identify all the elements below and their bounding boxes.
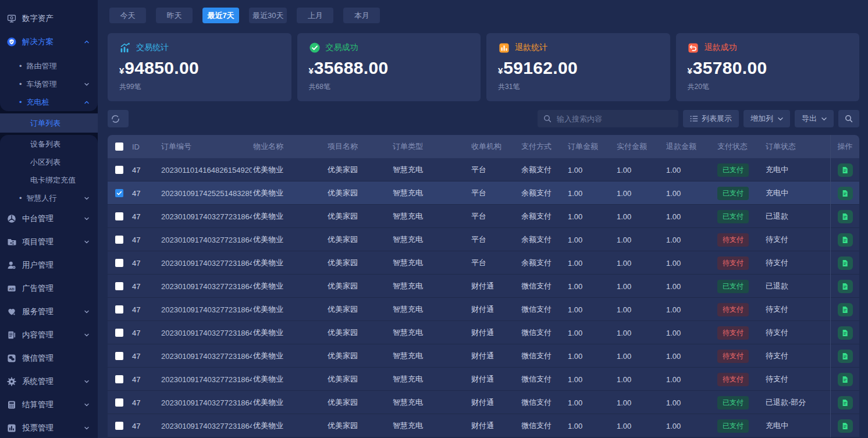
chevron-down-icon xyxy=(84,239,90,245)
refund-chart-icon xyxy=(498,42,510,54)
order-detail-button[interactable] xyxy=(838,396,853,409)
cell-order_type: 智慧充电 xyxy=(392,258,470,268)
currency-symbol: ¥ xyxy=(498,66,503,76)
pay-status-badge: 待支付 xyxy=(717,373,749,386)
bullet-icon: • xyxy=(19,98,22,106)
sidebar-item-project-mgmt[interactable]: 项目管理 xyxy=(0,230,98,254)
column-header: 项目名称 xyxy=(326,141,392,152)
sidebar-item-parking-mgmt[interactable]: •车场管理 xyxy=(0,75,98,93)
table-row: 4720230109174032772318648优美物业优美家园智慧充电财付通… xyxy=(108,368,859,391)
order-detail-button[interactable] xyxy=(838,280,853,293)
row-checkbox[interactable] xyxy=(115,189,123,197)
select-all-checkbox[interactable] xyxy=(115,143,123,151)
order-detail-button[interactable] xyxy=(838,210,853,223)
sidebar-item-solutions[interactable]: 解决方案 xyxy=(0,30,98,54)
order-detail-button[interactable] xyxy=(838,373,853,386)
table-row: 4720230109174032772318648优美物业优美家园智慧充电财付通… xyxy=(108,321,859,344)
sidebar-item-label: 解决方案 xyxy=(22,37,54,47)
column-display-button[interactable]: 列表展示 xyxy=(683,110,739,127)
list-icon xyxy=(690,115,698,123)
pay-status-badge: 已支付 xyxy=(717,396,749,409)
order-detail-button[interactable] xyxy=(838,257,853,270)
stat-card-refund-success: 退款成功¥35780.00共20笔 xyxy=(676,33,860,101)
sidebar-item-route-mgmt[interactable]: •路由管理 xyxy=(0,57,98,75)
sidebar-item-middle-platform[interactable]: 中台管理 xyxy=(0,207,98,230)
sidebar-top-panel: 数字资产解决方案•路由管理•车场管理•充电桩 xyxy=(0,0,98,111)
row-checkbox[interactable] xyxy=(115,236,123,244)
row-checkbox[interactable] xyxy=(115,282,123,290)
row-checkbox[interactable] xyxy=(115,352,123,360)
sidebar-item-settlement-mgmt[interactable]: 结算管理 xyxy=(0,393,98,416)
sidebar-item-community-list[interactable]: 小区列表 xyxy=(0,153,98,171)
cell-refund_amount: 1.00 xyxy=(665,236,716,244)
filter-button-today[interactable]: 今天 xyxy=(109,8,146,23)
sidebar-item-smart-pedestrian[interactable]: •智慧人行 xyxy=(0,189,98,207)
sidebar-item-order-list[interactable]: 订单列表 xyxy=(0,113,98,133)
cell-order_no: 20230109174032772318648 xyxy=(160,236,252,244)
filter-button-this-month[interactable]: 本月 xyxy=(343,8,380,23)
refresh-icon xyxy=(111,114,120,123)
row-checkbox[interactable] xyxy=(115,375,123,383)
refresh-button[interactable] xyxy=(108,110,129,127)
filter-button-last-month[interactable]: 上月 xyxy=(297,8,333,23)
cell-property: 优美物业 xyxy=(252,211,326,222)
cell-property: 优美物业 xyxy=(252,165,326,175)
bullet-icon: • xyxy=(19,62,22,70)
cell-property: 优美物业 xyxy=(252,234,326,245)
cell-paid_amount: 1.00 xyxy=(616,236,665,244)
refund-return-icon xyxy=(688,42,699,54)
sidebar-item-service-mgmt[interactable]: 服务管理 xyxy=(0,300,98,323)
filter-button-yesterday[interactable]: 昨天 xyxy=(156,8,193,23)
filter-button-last-7-days[interactable]: 最近7天 xyxy=(202,8,239,23)
order-detail-button[interactable] xyxy=(838,326,853,340)
cell-pay-status: 待支付 xyxy=(716,257,764,270)
order-detail-button[interactable] xyxy=(838,303,853,316)
sidebar-item-label: 设备列表 xyxy=(30,139,61,149)
chevron-down-icon xyxy=(84,216,90,222)
row-checkbox[interactable] xyxy=(115,329,123,337)
sidebar-item-ad-mgmt[interactable]: AD广告管理 xyxy=(0,277,98,300)
order-detail-button[interactable] xyxy=(838,233,853,247)
pay-status-badge: 待支付 xyxy=(717,303,749,316)
cell-order-status: 已退款 xyxy=(764,211,830,222)
sidebar-item-content-mgmt[interactable]: 内容管理 xyxy=(0,323,98,347)
row-checkbox[interactable] xyxy=(115,166,123,174)
sidebar-item-card-binding[interactable]: 电卡绑定充值 xyxy=(0,171,98,189)
add-column-label: 增加列 xyxy=(750,113,773,124)
chevron-down-icon xyxy=(84,379,90,384)
sidebar-item-device-list[interactable]: 设备列表 xyxy=(0,135,98,153)
row-checkbox[interactable] xyxy=(115,212,123,220)
sidebar-item-digital-assets[interactable]: 数字资产 xyxy=(0,7,98,30)
row-checkbox[interactable] xyxy=(115,398,123,407)
row-checkbox[interactable] xyxy=(115,422,123,430)
sidebar-item-user-mgmt[interactable]: 用户管理 xyxy=(0,254,98,277)
stat-card-title: 退款成功 xyxy=(705,42,737,53)
cell-pay_method: 微信支付 xyxy=(520,281,567,291)
sidebar-item-charging-pile[interactable]: •充电桩 xyxy=(0,93,98,111)
cell-refund_amount: 1.00 xyxy=(665,189,716,198)
filter-button-last-30-days[interactable]: 最近30天 xyxy=(249,8,287,23)
cell-property: 优美物业 xyxy=(252,304,326,315)
search-button[interactable] xyxy=(838,110,859,127)
order-detail-button[interactable] xyxy=(838,350,853,363)
cell-id: 47 xyxy=(131,189,160,198)
row-checkbox[interactable] xyxy=(115,259,123,267)
order-detail-button[interactable] xyxy=(838,163,853,177)
export-button[interactable]: 导出 xyxy=(795,110,834,127)
chevron-up-icon xyxy=(84,99,90,105)
cell-order-status: 待支付 xyxy=(764,374,830,384)
add-column-button[interactable]: 增加列 xyxy=(744,110,790,127)
sidebar-item-system-mgmt[interactable]: 系统管理 xyxy=(0,370,98,393)
sidebar-item-voting-mgmt[interactable]: 投票管理 xyxy=(0,416,98,438)
row-checkbox[interactable] xyxy=(115,305,123,314)
column-header: 实付金额 xyxy=(616,141,665,152)
search-input[interactable] xyxy=(556,114,673,124)
order-detail-button[interactable] xyxy=(838,187,853,200)
cell-id: 47 xyxy=(131,282,160,291)
sidebar-item-label: 广告管理 xyxy=(22,283,54,294)
cell-order-status: 待支付 xyxy=(764,304,830,315)
cell-order_amount: 1.00 xyxy=(567,329,616,337)
order-detail-button[interactable] xyxy=(838,419,853,433)
sidebar-item-wechat-mgmt[interactable]: 微信管理 xyxy=(0,347,98,370)
main-content: 今天昨天最近7天最近30天上月本月 交易统计¥94850.00共99笔交易成功¥… xyxy=(98,0,868,438)
